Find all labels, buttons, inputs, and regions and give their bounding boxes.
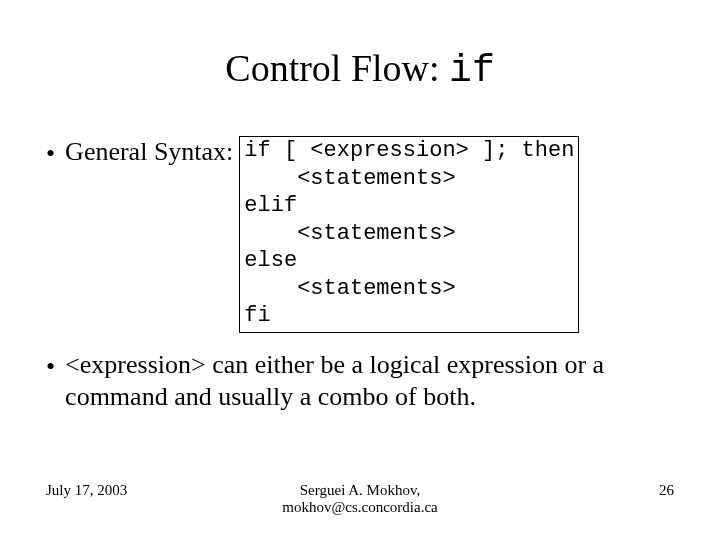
- code-box: if [ <expression> ]; then <statements> e…: [239, 136, 579, 333]
- bullet-body: • <expression> can either be a logical e…: [46, 349, 674, 414]
- code-l1: if [ <expression> ]; then: [244, 138, 574, 163]
- code-l6: <statements>: [244, 276, 455, 301]
- bullet-marker: •: [46, 138, 55, 171]
- code-l4: <statements>: [244, 221, 455, 246]
- code-l7: fi: [244, 303, 270, 328]
- footer-email: mokhov@cs.concordia.ca: [186, 499, 534, 516]
- footer-author: Serguei A. Mokhov,: [186, 482, 534, 499]
- bullet-marker: •: [46, 351, 55, 384]
- body-text: <expression> can either be a logical exp…: [65, 349, 674, 414]
- code-l3: elif: [244, 193, 297, 218]
- footer: July 17, 2003 Serguei A. Mokhov, mokhov@…: [46, 482, 674, 516]
- slide: Control Flow: if • General Syntax: if [ …: [0, 0, 720, 540]
- title-code: if: [449, 49, 495, 92]
- footer-author-block: Serguei A. Mokhov, mokhov@cs.concordia.c…: [186, 482, 534, 516]
- slide-title: Control Flow: if: [46, 46, 674, 92]
- code-l5: else: [244, 248, 297, 273]
- bullet-syntax: • General Syntax: if [ <expression> ]; t…: [46, 136, 674, 333]
- code-l2: <statements>: [244, 166, 455, 191]
- footer-date: July 17, 2003: [46, 482, 186, 499]
- syntax-label: General Syntax:: [65, 136, 233, 169]
- title-text: Control Flow:: [225, 47, 449, 89]
- footer-page: 26: [534, 482, 674, 499]
